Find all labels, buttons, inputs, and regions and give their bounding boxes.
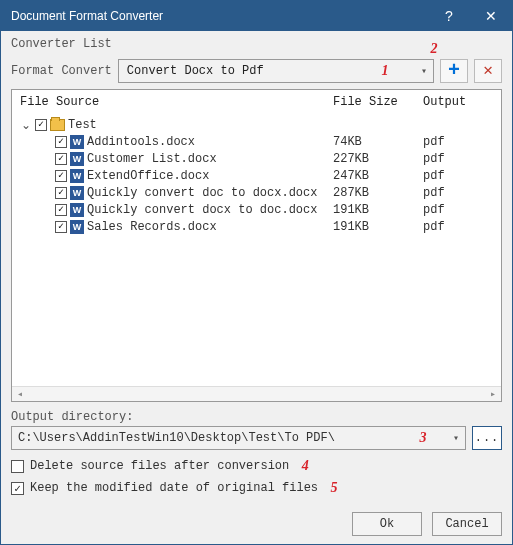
file-output: pdf	[423, 220, 493, 234]
file-size: 191KB	[333, 203, 423, 217]
word-icon: W	[70, 135, 84, 149]
file-size: 247KB	[333, 169, 423, 183]
checkbox[interactable]: ✓	[55, 170, 67, 182]
keep-date-label: Keep the modified date of original files	[30, 481, 318, 495]
remove-button[interactable]: ✕	[474, 59, 502, 83]
checkbox[interactable]: ✓	[55, 221, 67, 233]
word-icon: W	[70, 186, 84, 200]
col-file-source: File Source	[20, 95, 333, 109]
col-file-size: File Size	[333, 95, 423, 109]
callout-3: 3	[415, 430, 431, 446]
callout-5: 5	[326, 480, 342, 496]
file-size: 227KB	[333, 152, 423, 166]
titlebar: Document Format Converter ? ✕	[1, 1, 512, 31]
keep-date-checkbox[interactable]: ✓	[11, 482, 24, 495]
file-size: 74KB	[333, 135, 423, 149]
tree-root[interactable]: ⌄ ✓ Test	[20, 116, 493, 133]
file-name: Customer List.docx	[87, 152, 217, 166]
format-convert-value: Convert Docx to Pdf	[127, 64, 264, 78]
window-title: Document Format Converter	[11, 9, 428, 23]
file-name: Sales Records.docx	[87, 220, 217, 234]
file-pane: File Source File Size Output ⌄ ✓ Test ✓ …	[11, 89, 502, 402]
file-output: pdf	[423, 186, 493, 200]
file-output: pdf	[423, 152, 493, 166]
output-directory-label: Output directory:	[11, 410, 502, 424]
browse-button[interactable]: ...	[472, 426, 502, 450]
word-icon: W	[70, 152, 84, 166]
checkbox[interactable]: ✓	[35, 119, 47, 131]
cancel-button[interactable]: Cancel	[432, 512, 502, 536]
checkbox[interactable]: ✓	[55, 153, 67, 165]
tree-file-row[interactable]: ✓ W Quickly convert doc to docx.docx 287…	[20, 184, 493, 201]
checkbox[interactable]: ✓	[55, 136, 67, 148]
word-icon: W	[70, 220, 84, 234]
file-output: pdf	[423, 135, 493, 149]
file-tree[interactable]: ⌄ ✓ Test ✓ W Addintools.docx 74KB pdf ✓ …	[12, 114, 501, 386]
tree-file-row[interactable]: ✓ W Quickly convert docx to doc.docx 191…	[20, 201, 493, 218]
ok-button[interactable]: Ok	[352, 512, 422, 536]
root-name: Test	[68, 118, 97, 132]
checkbox[interactable]: ✓	[55, 204, 67, 216]
file-size: 191KB	[333, 220, 423, 234]
file-name: ExtendOffice.docx	[87, 169, 209, 183]
output-directory-select[interactable]: C:\Users\AddinTestWin10\Desktop\Test\To …	[11, 426, 466, 450]
callout-4: 4	[297, 458, 313, 474]
add-button[interactable]: +	[440, 59, 468, 83]
format-convert-select[interactable]: Convert Docx to Pdf ▾ 1	[118, 59, 434, 83]
format-convert-label: Format Convert	[11, 64, 112, 78]
scroll-right-icon: ▸	[485, 388, 501, 400]
word-icon: W	[70, 203, 84, 217]
delete-source-label: Delete source files after conversion	[30, 459, 289, 473]
file-output: pdf	[423, 203, 493, 217]
file-output: pdf	[423, 169, 493, 183]
tree-file-row[interactable]: ✓ W ExtendOffice.docx 247KB pdf	[20, 167, 493, 184]
col-output: Output	[423, 95, 493, 109]
file-name: Quickly convert docx to doc.docx	[87, 203, 317, 217]
help-button[interactable]: ?	[428, 1, 470, 31]
output-directory-value: C:\Users\AddinTestWin10\Desktop\Test\To …	[18, 431, 335, 445]
h-scrollbar[interactable]: ◂ ▸	[12, 386, 501, 401]
scroll-left-icon: ◂	[12, 388, 28, 400]
column-headers: File Source File Size Output	[12, 90, 501, 114]
chevron-down-icon: ▾	[453, 432, 459, 444]
file-name: Addintools.docx	[87, 135, 195, 149]
word-icon: W	[70, 169, 84, 183]
callout-1: 1	[377, 63, 393, 79]
checkbox[interactable]: ✓	[55, 187, 67, 199]
file-name: Quickly convert doc to docx.docx	[87, 186, 317, 200]
tree-file-row[interactable]: ✓ W Customer List.docx 227KB pdf	[20, 150, 493, 167]
file-size: 287KB	[333, 186, 423, 200]
plus-icon: +	[448, 61, 460, 81]
chevron-down-icon: ▾	[421, 65, 427, 77]
tree-file-row[interactable]: ✓ W Addintools.docx 74KB pdf	[20, 133, 493, 150]
converter-list-label: Converter List	[11, 37, 502, 51]
x-icon: ✕	[483, 63, 493, 79]
tree-file-row[interactable]: ✓ W Sales Records.docx 191KB pdf	[20, 218, 493, 235]
delete-source-checkbox[interactable]	[11, 460, 24, 473]
expander-icon[interactable]: ⌄	[20, 118, 32, 132]
close-window-button[interactable]: ✕	[470, 1, 512, 31]
folder-icon	[50, 119, 65, 131]
